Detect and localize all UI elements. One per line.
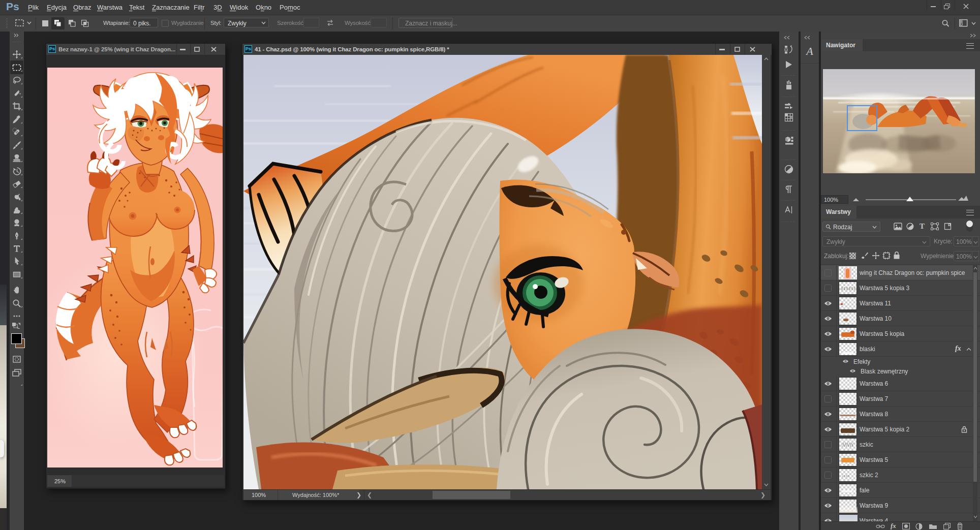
svg-text:A: A: [805, 45, 813, 57]
